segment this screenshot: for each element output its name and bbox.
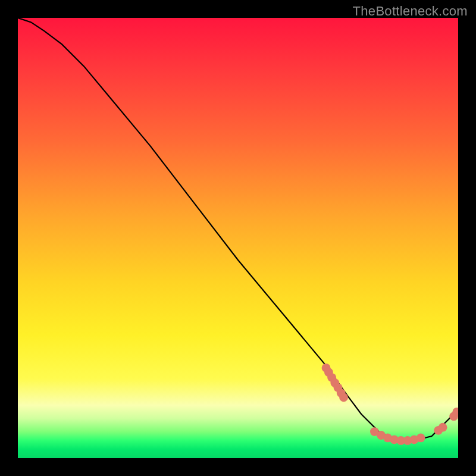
plot-area	[18, 18, 458, 458]
highlight-point	[339, 393, 348, 402]
attribution-text: TheBottleneck.com	[353, 4, 468, 19]
curve-layer	[18, 18, 458, 458]
chart-frame: TheBottleneck.com	[0, 0, 476, 476]
highlight-point	[416, 434, 425, 443]
highlight-point	[439, 423, 447, 432]
bottleneck-curve	[18, 18, 458, 440]
highlight-points	[322, 364, 458, 445]
